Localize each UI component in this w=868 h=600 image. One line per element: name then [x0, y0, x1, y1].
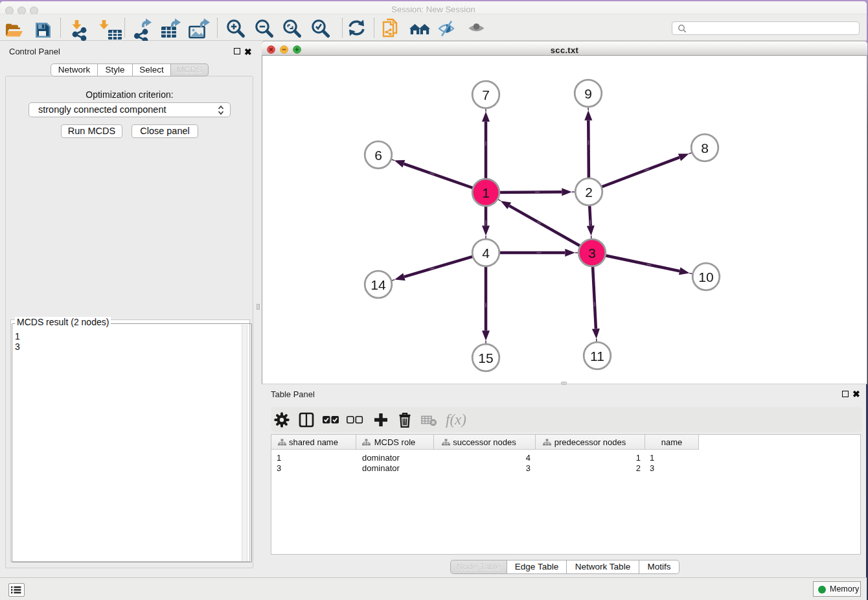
svg-text:1: 1	[482, 185, 490, 200]
svg-text:4: 4	[482, 246, 490, 260]
svg-text:11: 11	[590, 349, 604, 363]
svg-text:14: 14	[371, 277, 386, 292]
svg-text:9: 9	[584, 86, 592, 101]
svg-text:3: 3	[588, 246, 596, 260]
svg-text:f(x): f(x)	[446, 411, 466, 428]
svg-text:10: 10	[698, 270, 713, 284]
svg-text:8: 8	[701, 141, 709, 156]
svg-text:6: 6	[374, 148, 382, 163]
svg-text:15: 15	[478, 351, 493, 365]
svg-text:2: 2	[585, 185, 593, 200]
svg-text:7: 7	[482, 87, 490, 102]
